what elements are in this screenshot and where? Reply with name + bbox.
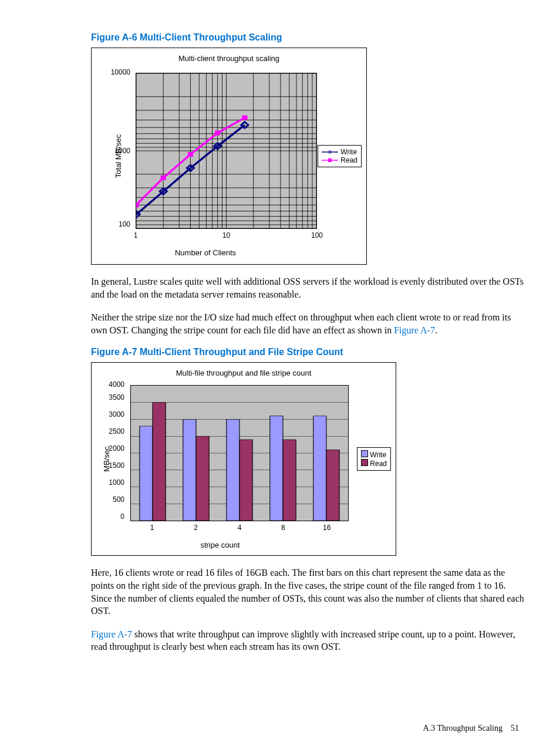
svg-rect-42 — [242, 116, 247, 120]
svg-rect-38 — [136, 202, 139, 207]
chart-a7-xlabel: stripe count — [92, 541, 349, 549]
xtick: 8 — [281, 524, 285, 532]
ytick: 1500 — [109, 461, 124, 470]
xtick: 4 — [238, 524, 242, 532]
svg-rect-57 — [313, 416, 326, 521]
figure-a7-link-2[interactable]: Figure A-7 — [91, 629, 132, 639]
ytick: 4000 — [109, 380, 124, 389]
footer-page-number: 51 — [511, 724, 519, 733]
svg-rect-41 — [215, 131, 220, 136]
xtick: 100 — [311, 231, 323, 239]
chart-a7-xticks: 1 2 4 8 16 — [130, 524, 349, 534]
ytick: 2000 — [109, 444, 124, 453]
text: . — [435, 325, 437, 335]
paragraph-4: Figure A-7 shows that write throughput c… — [91, 628, 525, 653]
chart-a7-plot — [130, 385, 349, 521]
paragraph-3: Here, 16 clients wrote or read 16 files … — [91, 566, 525, 617]
ytick: 2500 — [109, 427, 124, 436]
svg-rect-62 — [326, 450, 339, 521]
page: Figure A-6 Multi-Client Throughput Scali… — [0, 0, 560, 746]
svg-rect-40 — [188, 152, 193, 157]
svg-rect-39 — [161, 175, 166, 180]
chart-a6-xticks: 1 10 100 — [136, 231, 317, 242]
paragraph-1: In general, Lustre scales quite well wit… — [91, 275, 525, 301]
text: shows that write throughput can improve … — [91, 629, 515, 652]
svg-rect-59 — [196, 437, 209, 521]
xtick: 16 — [323, 524, 330, 532]
legend-write: Write — [370, 451, 386, 459]
ytick: 500 — [113, 495, 124, 504]
ytick: 10000 — [111, 68, 130, 76]
page-footer: A.3 Throughput Scaling 51 — [91, 724, 525, 733]
svg-rect-56 — [270, 416, 283, 521]
svg-rect-61 — [283, 440, 296, 521]
ytick: 1000 — [114, 147, 130, 155]
xtick: 2 — [194, 524, 198, 532]
xtick: 1 — [134, 231, 138, 239]
svg-rect-58 — [153, 403, 166, 521]
ytick: 3000 — [109, 410, 124, 418]
legend-write: Write — [340, 148, 357, 156]
xtick: 10 — [222, 231, 230, 239]
ytick: 3500 — [109, 393, 124, 401]
svg-rect-53 — [140, 426, 153, 521]
svg-rect-54 — [183, 420, 196, 521]
chart-a7-yticks: 0 500 1000 1500 2000 2500 3000 3500 4000 — [92, 385, 128, 521]
svg-rect-45 — [328, 158, 332, 162]
chart-a7: Multi-file throughput and file stripe co… — [91, 362, 396, 556]
figure-a6-caption: Figure A-6 Multi-Client Throughput Scali… — [91, 32, 525, 43]
chart-a7-legend: Write Read — [357, 447, 391, 471]
svg-rect-60 — [239, 440, 252, 521]
svg-rect-55 — [227, 420, 239, 521]
paragraph-2: Neither the stripe size nor the I/O size… — [91, 311, 525, 336]
footer-section: A.3 Throughput Scaling — [423, 724, 502, 733]
ytick: 0 — [120, 512, 124, 521]
chart-a6-plot — [136, 73, 317, 229]
chart-a6-xlabel: Number of Clients — [92, 248, 319, 257]
chart-a7-title: Multi-file throughput and file stripe co… — [92, 363, 396, 377]
figure-a7-link[interactable]: Figure A-7 — [394, 325, 435, 335]
ytick: 1000 — [109, 478, 124, 487]
chart-a6-yticks: 100 1000 10000 — [92, 73, 134, 229]
figure-a7-caption: Figure A-7 Multi-Client Throughput and F… — [91, 347, 525, 357]
chart-a6: Multi-client throughput scaling Total MB… — [91, 48, 367, 265]
xtick: 1 — [150, 524, 154, 532]
chart-a6-title: Multi-client throughput scaling — [92, 48, 366, 63]
ytick: 100 — [119, 220, 130, 228]
text: Neither the stripe size nor the I/O size… — [91, 312, 511, 335]
chart-a6-legend: Write Read — [318, 145, 362, 167]
legend-read: Read — [370, 460, 387, 468]
legend-read: Read — [340, 156, 357, 164]
